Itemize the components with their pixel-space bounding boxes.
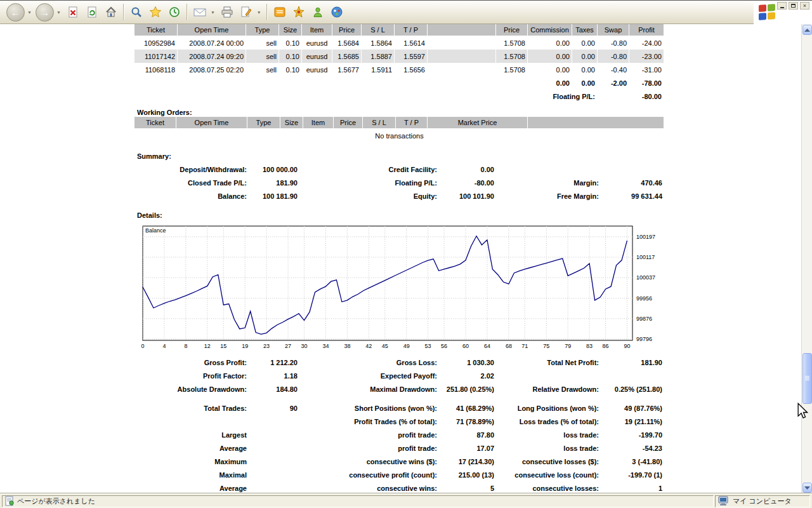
history-clock-icon [168, 6, 181, 18]
back-dropdown[interactable]: ▼ [27, 10, 32, 15]
maximize-icon [791, 4, 796, 8]
x-tick-label: 49 [403, 343, 410, 349]
cell: eurusd [302, 50, 332, 63]
favorites-star-icon [149, 6, 162, 18]
kv-cell: Margin: [496, 176, 601, 189]
x-tick-label: 83 [586, 343, 593, 349]
floating-pl-value: -80.00 [629, 90, 664, 103]
search-button[interactable] [127, 2, 146, 22]
cell: eurusd [302, 63, 332, 76]
kv-cell: Largest [134, 428, 249, 441]
refresh-button[interactable] [82, 2, 102, 22]
kv-cell [249, 468, 299, 481]
print-button[interactable] [218, 2, 237, 22]
edit-dropdown[interactable]: ▼ [257, 10, 261, 15]
trade-row: 110171422008.07.24 09:20sell0.10eurusd1.… [134, 50, 664, 63]
favorites-button[interactable] [146, 2, 165, 22]
column-header: Market Price [428, 117, 528, 129]
cell: 11068118 [134, 63, 178, 76]
history-button[interactable] [165, 2, 184, 22]
kv-cell [601, 369, 664, 382]
no-transactions-text: No transactions [134, 131, 664, 140]
column-header: Ticket [134, 24, 178, 36]
mail-dropdown[interactable]: ▼ [211, 10, 215, 15]
page-content: TicketOpen TimeTypeSizeItemPriceS / LT /… [0, 24, 801, 493]
cell: 0.00 [572, 63, 598, 76]
scroll-down-button[interactable] [802, 483, 812, 493]
cell: sell [246, 63, 279, 76]
kv-cell: 71 (78.89%) [439, 415, 496, 428]
close-button[interactable]: × [800, 2, 809, 10]
kv-cell: Total Trades: [134, 401, 249, 415]
stop-icon [67, 6, 79, 18]
kv-cell: Balance: [134, 189, 249, 203]
cell: sell [246, 50, 279, 63]
kv-cell: consecutive profit (count): [299, 468, 439, 481]
messenger-button[interactable] [308, 2, 327, 22]
kv-cell: 90 [249, 401, 299, 415]
total-cell: 0.00 [572, 76, 598, 90]
document-button[interactable] [270, 2, 289, 22]
kv-cell: Profit Factor: [134, 369, 249, 382]
kv-cell: 0.00 [439, 163, 496, 176]
summary-title: Summary: [137, 152, 664, 161]
floating-pl-label: Floating P/L: [134, 90, 598, 103]
cell: 0.00 [572, 36, 598, 50]
x-tick-label: 30 [301, 343, 307, 349]
column-header: T / P [396, 117, 428, 129]
cell: 11017142 [134, 50, 178, 63]
kv-cell: Absolute Drawdown: [134, 382, 249, 396]
star-button[interactable] [289, 2, 308, 22]
cell: -24.00 [629, 36, 664, 50]
cell: 1.5864 [362, 36, 395, 50]
total-cell: -2.00 [598, 76, 629, 90]
kv-cell: 100 101.90 [439, 189, 496, 203]
cell: 1.5684 [332, 36, 362, 50]
column-header: S / L [362, 24, 395, 36]
cell: 0.10 [279, 36, 302, 50]
apps-button[interactable] [327, 2, 346, 22]
column-header: Open Time [176, 117, 247, 129]
vertical-scrollbar[interactable] [801, 24, 812, 493]
kv-cell: Loss trades (% of total): [496, 415, 601, 428]
column-header: T / P [395, 24, 428, 36]
kv-cell: -199.70 [601, 428, 664, 441]
edit-button[interactable] [237, 2, 256, 22]
browser-toolbar: ← ▼ → ▼ ▼ ▼ [0, 0, 812, 24]
cell: 1.5685 [332, 50, 362, 63]
scrollbar-thumb[interactable] [802, 353, 812, 404]
x-tick-label: 68 [506, 343, 512, 349]
print-icon [221, 6, 233, 18]
column-header: Open Time [178, 24, 246, 36]
cell: -0.40 [598, 63, 629, 76]
security-zone-panel: マイ コンピュータ [715, 495, 810, 507]
page-done-icon [5, 496, 14, 506]
x-tick-label: 71 [521, 343, 528, 349]
stop-button[interactable] [63, 2, 82, 22]
forward-button[interactable]: → [34, 2, 55, 22]
column-header: Item [303, 117, 334, 129]
forward-dropdown[interactable]: ▼ [56, 10, 61, 15]
home-button[interactable] [102, 2, 121, 22]
windows-logo-icon [759, 4, 775, 20]
kv-cell: -54.23 [601, 441, 664, 455]
kv-cell: Credit Facility: [299, 163, 439, 176]
mail-button[interactable] [190, 2, 209, 22]
kv-cell: Relative Drawdown: [496, 382, 601, 396]
kv-cell: loss trade: [496, 441, 601, 455]
maximize-button[interactable] [789, 2, 798, 10]
kv-cell: -80.00 [439, 176, 496, 189]
column-header: Ticket [134, 117, 176, 129]
scroll-up-button[interactable] [802, 25, 812, 35]
kv-row: Profit Factor:1.18Expected Payoff:2.02 [134, 369, 664, 382]
kv-cell: profit trade: [299, 428, 439, 441]
orders-header-row: TicketOpen TimeTypeSizeItemPriceS / LT /… [134, 117, 664, 129]
kv-cell: 100 181.90 [249, 189, 299, 203]
total-cell: 0.00 [528, 76, 572, 90]
back-button[interactable]: ← [5, 2, 26, 22]
kv-cell [249, 441, 299, 455]
y-tick-label: 99796 [636, 336, 652, 342]
kv-cell: 3 (-41.80) [601, 455, 664, 468]
minimize-button[interactable] [777, 2, 787, 10]
cell: 10952984 [134, 36, 178, 50]
